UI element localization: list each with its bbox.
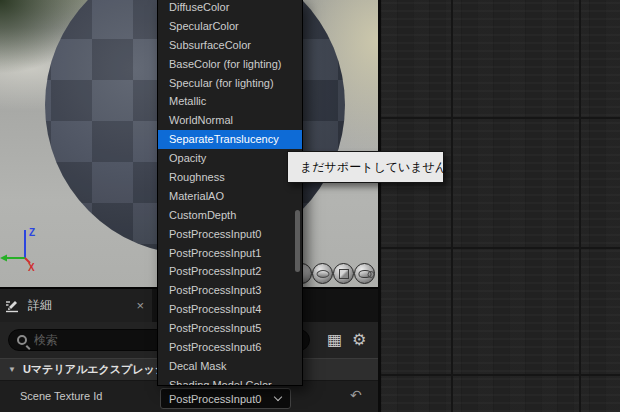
menu-item-postprocessinput3[interactable]: PostProcessInput3 [158,281,302,300]
cube-icon [339,269,349,279]
menu-item-postprocessinput1[interactable]: PostProcessInput1 [158,244,302,263]
menu-item-specular-for-lighting-[interactable]: Specular (for lighting) [158,74,302,93]
close-icon[interactable]: × [136,299,144,312]
menu-item-postprocessinput4[interactable]: PostProcessInput4 [158,300,302,319]
teapot-icon [358,270,371,278]
grid-major-line [451,0,453,412]
menu-item-postprocessinput6[interactable]: PostProcessInput6 [158,338,302,357]
menu-item-worldnormal[interactable]: WorldNormal [158,111,302,130]
menu-item-postprocessinput0[interactable]: PostProcessInput0 [158,225,302,244]
menu-item-basecolor-for-lighting-[interactable]: BaseColor (for lighting) [158,55,302,74]
grid-major-line [381,374,620,376]
menu-item-opacity[interactable]: Opacity [158,149,302,168]
menu-item-list: DiffuseColorSpecularColorSubsurfaceColor… [158,0,302,386]
chevron-down-icon: ▼ [8,365,16,374]
grid-major-line [381,247,620,249]
edit-details-icon [5,298,20,313]
material-graph-canvas[interactable] [378,0,620,412]
preview-teapot-button[interactable] [354,263,375,284]
preview-shape-buttons [291,263,375,284]
menu-item-shading-model-color[interactable]: Shading Model Color [158,376,302,386]
unreal-editor-screen: Z X [0,0,620,412]
reset-to-default-icon[interactable]: ↶ [350,387,362,403]
tooltip: まだサポートしていません [287,151,444,183]
search-icon [17,335,27,345]
grid-major-line [381,117,620,119]
details-tab[interactable]: 詳細 × [0,289,152,322]
menu-item-postprocessinput5[interactable]: PostProcessInput5 [158,319,302,338]
gizmo-z-label: Z [29,227,35,238]
menu-item-metallic[interactable]: Metallic [158,92,302,111]
chevron-down-icon [274,393,282,401]
dropdown-value: PostProcessInput0 [169,393,275,405]
preview-cube-button[interactable] [333,263,354,284]
menu-item-specularcolor[interactable]: SpecularColor [158,17,302,36]
menu-item-roughness[interactable]: Roughness [158,168,302,187]
property-label: Scene Texture Id [20,390,102,402]
menu-item-subsurfacecolor[interactable]: SubsurfaceColor [158,36,302,55]
cylinder-icon [316,270,329,278]
scene-texture-id-dropdown[interactable]: PostProcessInput0 [160,388,291,409]
menu-item-diffusecolor[interactable]: DiffuseColor [158,0,302,17]
grid-view-icon[interactable]: ▦ [327,330,342,350]
menu-item-materialao[interactable]: MaterialAO [158,187,302,206]
menu-item-separatetranslucency[interactable]: SeparateTranslucency [158,130,302,149]
settings-gear-icon[interactable]: ⚙ [352,330,366,350]
grid-major-line [579,0,581,412]
menu-item-customdepth[interactable]: CustomDepth [158,206,302,225]
menu-item-decal-mask[interactable]: Decal Mask [158,357,302,376]
axis-gizmo-icon: Z X [0,222,60,274]
menu-scrollbar-thumb[interactable] [295,210,300,272]
menu-item-postprocessinput2[interactable]: PostProcessInput2 [158,262,302,281]
gizmo-x-label: X [28,262,35,273]
details-title: 詳細 [28,297,136,314]
preview-cylinder-button[interactable] [312,263,333,284]
scene-texture-menu: DiffuseColorSpecularColorSubsurfaceColor… [157,0,303,386]
